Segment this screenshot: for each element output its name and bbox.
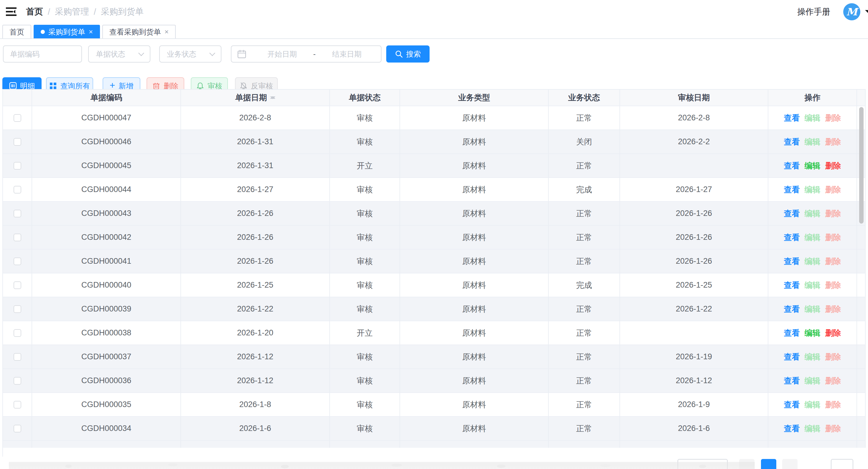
search-button[interactable]: 搜索 <box>386 46 430 62</box>
edit-link[interactable]: 编辑 <box>805 160 820 171</box>
view-link[interactable]: 查看 <box>784 280 800 291</box>
row-checkbox[interactable] <box>13 138 21 146</box>
view-link[interactable]: 查看 <box>784 256 800 267</box>
row-checkbox[interactable] <box>13 282 21 289</box>
delete-link[interactable]: 删除 <box>825 256 841 267</box>
vertical-scrollbar-thumb[interactable] <box>859 107 864 224</box>
edit-link[interactable]: 编辑 <box>805 280 820 291</box>
collapse-menu-icon[interactable] <box>5 6 18 18</box>
breadcrumb-purchase-mgmt[interactable]: 采购管理 <box>55 6 89 18</box>
view-link[interactable]: 查看 <box>784 113 800 123</box>
row-checkbox[interactable] <box>13 234 21 241</box>
row-checkbox[interactable] <box>13 162 21 170</box>
row-checkbox[interactable] <box>13 186 21 194</box>
delete-link[interactable]: 删除 <box>825 208 841 219</box>
delete-link[interactable]: 删除 <box>825 137 841 147</box>
filler-cell <box>857 417 866 441</box>
view-link[interactable]: 查看 <box>784 400 800 410</box>
row-checkbox[interactable] <box>13 210 21 217</box>
date-range-picker[interactable]: 开始日期 - 结束日期 <box>231 46 381 62</box>
edit-link[interactable]: 编辑 <box>805 304 820 315</box>
page-size-select[interactable] <box>678 459 728 469</box>
biz-type-cell: 原材料 <box>400 202 549 226</box>
doc-code-input[interactable]: 单据编码 <box>3 46 82 62</box>
view-link[interactable]: 查看 <box>784 376 800 386</box>
view-link[interactable]: 查看 <box>784 232 800 243</box>
tab-label: 查看采购到货单 <box>110 27 161 37</box>
delete-link[interactable]: 删除 <box>825 400 841 410</box>
select-all-cell <box>3 90 32 106</box>
view-link[interactable]: 查看 <box>784 328 800 338</box>
row-checkbox[interactable] <box>13 353 21 361</box>
grid-icon <box>49 82 57 90</box>
view-link[interactable]: 查看 <box>784 208 800 219</box>
edit-link[interactable]: 编辑 <box>805 256 820 267</box>
delete-link[interactable]: 删除 <box>825 232 841 243</box>
row-checkbox[interactable] <box>13 329 21 337</box>
row-checkbox[interactable] <box>13 305 21 313</box>
edit-link[interactable]: 编辑 <box>805 423 820 434</box>
edit-link[interactable]: 编辑 <box>805 352 820 362</box>
breadcrumb-home[interactable]: 首页 <box>26 6 43 18</box>
table-header-row: 单据编码 单据日期 单据状态 业务类型 业务状态 审核日期 操作 <box>3 90 866 106</box>
delete-link[interactable]: 删除 <box>825 352 841 362</box>
row-checkbox[interactable] <box>13 401 21 409</box>
biz-status-select[interactable]: 业务状态 <box>159 46 221 62</box>
page-1-button-active[interactable] <box>761 459 776 469</box>
edit-link[interactable]: 编辑 <box>805 184 820 195</box>
end-date-placeholder[interactable]: 结束日期 <box>319 49 375 59</box>
row-checkbox[interactable] <box>13 377 21 385</box>
col-doc-date[interactable]: 单据日期 <box>181 90 330 106</box>
audit-date-cell: 2026-1-27 <box>620 178 768 202</box>
view-link[interactable]: 查看 <box>784 352 800 362</box>
edit-link[interactable]: 编辑 <box>805 400 820 410</box>
view-link[interactable]: 查看 <box>784 423 800 434</box>
delete-link[interactable]: 删除 <box>825 113 841 123</box>
user-avatar[interactable]: M <box>843 3 860 20</box>
tab-close-icon[interactable]: × <box>89 28 93 36</box>
delete-link[interactable]: 删除 <box>825 184 841 195</box>
audit-date-cell: 2026-1-26 <box>620 202 768 226</box>
edit-link[interactable]: 编辑 <box>805 376 820 386</box>
delete-link[interactable]: 删除 <box>825 328 841 338</box>
row-checkbox[interactable] <box>13 258 21 265</box>
view-link[interactable]: 查看 <box>784 137 800 147</box>
edit-link[interactable]: 编辑 <box>805 232 820 243</box>
biz-type-cell: 原材料 <box>400 321 549 345</box>
tab-purchase-arrival[interactable]: 采购到货单 × <box>34 25 100 38</box>
delete-link[interactable]: 删除 <box>825 160 841 171</box>
page-2-button[interactable] <box>782 459 798 469</box>
doc-status-select[interactable]: 单据状态 <box>88 46 150 62</box>
view-link[interactable]: 查看 <box>784 184 800 195</box>
tab-view-purchase-arrival[interactable]: 查看采购到货单 × <box>102 25 176 38</box>
audit-date-cell: 2026-1-25 <box>620 273 768 297</box>
row-checkbox[interactable] <box>13 425 21 433</box>
audit-date-cell: 2026-1-26 <box>620 226 768 250</box>
edit-link[interactable]: 编辑 <box>805 328 820 338</box>
biz-type-cell: 原材料 <box>400 250 549 273</box>
delete-link[interactable]: 删除 <box>825 423 841 434</box>
operation-manual-link[interactable]: 操作手册 <box>797 6 830 18</box>
page-jump-input[interactable] <box>831 459 853 469</box>
biz-status-cell: 正常 <box>549 297 620 321</box>
breadcrumb-separator: / <box>48 7 50 17</box>
biz-status-cell: 正常 <box>549 369 620 393</box>
tab-home[interactable]: 首页 <box>2 25 31 38</box>
actions-cell: 查看编辑删除 <box>768 226 857 250</box>
user-menu-caret-icon[interactable] <box>865 10 868 17</box>
row-checkbox[interactable] <box>13 114 21 122</box>
view-link[interactable]: 查看 <box>784 160 800 171</box>
view-link[interactable]: 查看 <box>784 304 800 315</box>
doc-status-cell: 审核 <box>330 297 400 321</box>
edit-link[interactable]: 编辑 <box>805 113 820 123</box>
col-doc-date-label: 单据日期 <box>235 92 267 103</box>
start-date-placeholder[interactable]: 开始日期 <box>254 49 310 59</box>
edit-link[interactable]: 编辑 <box>805 208 820 219</box>
tab-close-icon[interactable]: × <box>164 28 168 36</box>
delete-link[interactable]: 删除 <box>825 280 841 291</box>
edit-link[interactable]: 编辑 <box>805 137 820 147</box>
delete-link[interactable]: 删除 <box>825 304 841 315</box>
delete-link[interactable]: 删除 <box>825 376 841 386</box>
prev-page-button[interactable] <box>739 459 754 469</box>
sort-caret-icon[interactable] <box>270 93 275 102</box>
